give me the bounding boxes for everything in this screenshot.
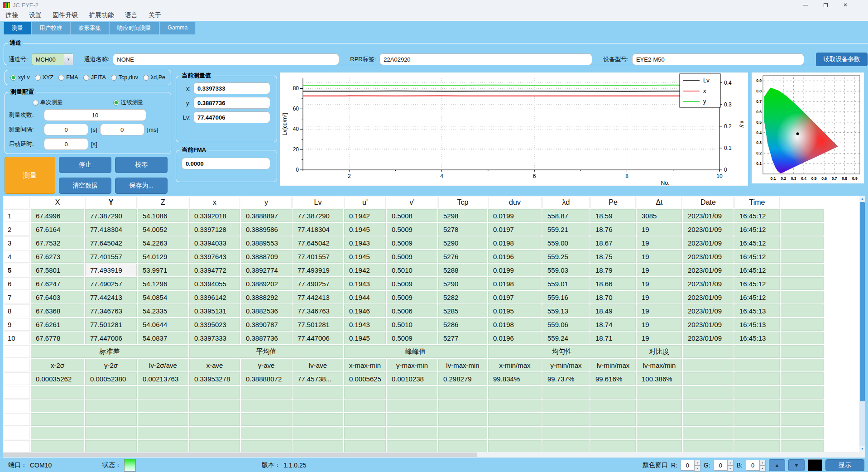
table-cell[interactable]: 54.1086	[138, 209, 188, 222]
spin-down-icon[interactable]: ▼	[694, 466, 700, 472]
table-cell[interactable]: 77.387290	[85, 209, 137, 222]
table-cell[interactable]: 0.1945	[344, 223, 386, 236]
g-input[interactable]	[714, 460, 727, 471]
single-measure-radio[interactable]: 单次测量	[33, 99, 63, 106]
mode-radio-XYZ[interactable]: XYZ	[35, 74, 53, 81]
table-cell[interactable]: 16:45:12	[734, 236, 780, 249]
table-cell[interactable]: 0.0197	[488, 291, 542, 303]
table-cell[interactable]: 0.3397643	[189, 250, 240, 263]
table-cell[interactable]: 0.1943	[344, 277, 386, 290]
table-cell[interactable]: 559.25	[542, 250, 590, 263]
table-cell[interactable]: 19	[637, 264, 682, 276]
table-cell[interactable]: 77.442413	[85, 291, 137, 303]
minimize-button[interactable]	[796, 0, 815, 10]
current-lv-input[interactable]	[193, 111, 270, 123]
table-cell[interactable]: 67.6261	[31, 318, 84, 331]
device-model-input[interactable]	[632, 53, 804, 65]
current-y-input[interactable]	[193, 97, 270, 109]
table-cell[interactable]: 18.49	[590, 304, 636, 317]
interval-ms-input[interactable]	[100, 124, 144, 135]
table-cell[interactable]: 559.03	[542, 264, 590, 276]
table-cell[interactable]: 19	[637, 277, 682, 290]
table-cell[interactable]: 0.1944	[344, 291, 386, 303]
table-cell[interactable]: 19	[637, 236, 682, 249]
table-cell[interactable]: 5282	[438, 291, 487, 303]
table-cell[interactable]: 0.5009	[387, 277, 437, 290]
table-cell[interactable]: 19	[637, 250, 682, 263]
table-cell[interactable]: 67.6247	[31, 277, 84, 290]
table-cell[interactable]: 19	[637, 223, 682, 236]
menu-item-2[interactable]: 设置	[29, 11, 42, 19]
table-cell[interactable]: 67.5801	[31, 264, 84, 276]
tab-波形采集[interactable]: 波形采集	[70, 22, 109, 34]
table-cell[interactable]: 0.3396142	[189, 291, 240, 303]
table-cell[interactable]: 0.1943	[344, 318, 386, 331]
table-cell[interactable]: 0.0196	[488, 250, 542, 263]
table-cell[interactable]: 0.5008	[387, 209, 437, 222]
table-cell[interactable]: 77.645042	[85, 236, 137, 249]
table-cell[interactable]: 559.21	[542, 223, 590, 236]
table-cell[interactable]: 2023/01/09	[683, 318, 734, 331]
table-cell[interactable]: 2023/01/09	[683, 236, 734, 249]
table-cell[interactable]: 54.1296	[138, 277, 188, 290]
menu-item-3[interactable]: 固件升级	[53, 11, 78, 19]
scroll-up-icon[interactable]: ▲	[859, 196, 865, 202]
table-cell[interactable]: 77.387290	[293, 209, 343, 222]
table-cell[interactable]: 0.3397333	[189, 332, 240, 344]
table-cell[interactable]: 54.0854	[138, 291, 188, 303]
table-cell[interactable]: 0.0198	[488, 277, 542, 290]
menu-item-4[interactable]: 扩展功能	[89, 11, 114, 19]
table-cell[interactable]: 2023/01/09	[683, 223, 734, 236]
table-cell[interactable]: 0.5009	[387, 291, 437, 303]
table-cell[interactable]: 19	[637, 291, 682, 303]
table-cell[interactable]: 16:45:12	[734, 264, 780, 276]
table-cell[interactable]: 18.79	[590, 264, 636, 276]
table-cell[interactable]: 16:45:12	[734, 291, 780, 303]
table-cell[interactable]: 0.1946	[344, 304, 386, 317]
table-cell[interactable]: 5290	[438, 277, 487, 290]
table-cell[interactable]: 0.1942	[344, 209, 386, 222]
table-cell[interactable]: 19	[637, 318, 682, 331]
table-cell[interactable]: 2023/01/09	[683, 264, 734, 276]
scroll-down-icon[interactable]: ▼	[859, 446, 865, 452]
zero-calibration-button[interactable]: 校零	[115, 157, 168, 173]
table-cell[interactable]: 77.447006	[293, 332, 343, 344]
table-cell[interactable]: 2023/01/09	[683, 277, 734, 290]
table-cell[interactable]: 5285	[438, 304, 487, 317]
spin-up-icon[interactable]: ▲	[694, 460, 700, 466]
table-cell[interactable]: 0.3394033	[189, 236, 240, 249]
table-cell[interactable]: 559.16	[542, 291, 590, 303]
interval-s-input[interactable]	[44, 124, 88, 135]
table-cell[interactable]: 0.3887736	[241, 332, 292, 344]
table-cell[interactable]: 18.67	[590, 236, 636, 249]
table-cell[interactable]: 0.1942	[344, 264, 386, 276]
table-cell[interactable]: 5286	[438, 318, 487, 331]
color-up-button[interactable]: ▲	[769, 459, 785, 471]
table-cell[interactable]: 0.5010	[387, 264, 437, 276]
spin-up-icon[interactable]: ▲	[727, 460, 734, 466]
menu-item-5[interactable]: 语言	[125, 11, 138, 19]
table-cell[interactable]: 5278	[438, 223, 487, 236]
table-cell[interactable]: 0.3889553	[241, 236, 292, 249]
table-cell[interactable]: 0.5009	[387, 223, 437, 236]
clear-data-button[interactable]: 清空数据	[59, 178, 111, 194]
b-stepper[interactable]: ▲▼	[746, 460, 766, 471]
horizontal-scrollbar-thumb[interactable]	[3, 453, 477, 457]
menu-item-6[interactable]: 关于	[149, 11, 161, 19]
table-cell[interactable]: 559.13	[542, 304, 590, 317]
channel-no-select[interactable]: MCH00 ▼	[32, 53, 73, 65]
table-cell[interactable]: 559.00	[542, 236, 590, 249]
mode-radio-xyLv[interactable]: xyLv	[10, 74, 30, 81]
table-cell[interactable]: 0.1943	[344, 236, 386, 249]
table-cell[interactable]: 0.1945	[344, 332, 386, 344]
table-cell[interactable]: 0.3394055	[189, 277, 240, 290]
table-cell[interactable]: 77.501281	[293, 318, 343, 331]
table-cell[interactable]: 77.418304	[293, 223, 343, 236]
table-cell[interactable]: 67.6273	[31, 250, 84, 263]
table-cell[interactable]: 0.0198	[488, 236, 542, 249]
table-cell[interactable]: 77.401557	[85, 250, 137, 263]
tab-Gamma[interactable]: Gamma	[159, 22, 196, 34]
table-cell[interactable]: 559.24	[542, 332, 590, 344]
table-cell[interactable]: 77.501281	[85, 318, 137, 331]
table-cell[interactable]: 0.3890787	[241, 318, 292, 331]
